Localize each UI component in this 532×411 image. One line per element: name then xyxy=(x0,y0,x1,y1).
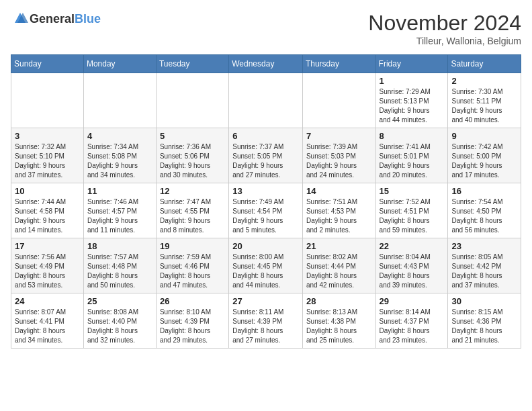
day-info: Sunrise: 8:15 AM Sunset: 4:36 PM Dayligh… xyxy=(451,308,517,345)
calendar-cell: 21Sunrise: 8:02 AM Sunset: 4:44 PM Dayli… xyxy=(302,238,375,293)
calendar-cell: 14Sunrise: 7:51 AM Sunset: 4:53 PM Dayli… xyxy=(302,183,375,238)
day-number: 24 xyxy=(15,296,80,306)
day-number: 17 xyxy=(15,241,80,251)
day-info: Sunrise: 8:11 AM Sunset: 4:39 PM Dayligh… xyxy=(232,308,299,345)
calendar-cell: 9Sunrise: 7:42 AM Sunset: 5:00 PM Daylig… xyxy=(448,128,521,183)
day-info: Sunrise: 8:08 AM Sunset: 4:40 PM Dayligh… xyxy=(87,308,152,345)
day-info: Sunrise: 7:29 AM Sunset: 5:13 PM Dayligh… xyxy=(380,87,445,125)
header-tuesday: Tuesday xyxy=(156,55,228,73)
calendar-cell: 27Sunrise: 8:11 AM Sunset: 4:39 PM Dayli… xyxy=(229,293,303,349)
calendar-cell: 12Sunrise: 7:47 AM Sunset: 4:55 PM Dayli… xyxy=(156,183,228,238)
day-info: Sunrise: 8:04 AM Sunset: 4:43 PM Dayligh… xyxy=(380,253,445,290)
calendar-cell: 11Sunrise: 7:46 AM Sunset: 4:57 PM Dayli… xyxy=(83,183,156,238)
day-info: Sunrise: 7:54 AM Sunset: 4:50 PM Dayligh… xyxy=(451,197,517,235)
calendar-cell: 3Sunrise: 7:32 AM Sunset: 5:10 PM Daylig… xyxy=(11,128,84,183)
day-info: Sunrise: 7:30 AM Sunset: 5:11 PM Dayligh… xyxy=(451,87,517,125)
calendar-cell: 1Sunrise: 7:29 AM Sunset: 5:13 PM Daylig… xyxy=(375,73,448,128)
day-info: Sunrise: 7:56 AM Sunset: 4:49 PM Dayligh… xyxy=(15,253,80,290)
day-number: 14 xyxy=(306,186,372,196)
day-info: Sunrise: 8:07 AM Sunset: 4:41 PM Dayligh… xyxy=(15,308,80,345)
calendar-week-0: 1Sunrise: 7:29 AM Sunset: 5:13 PM Daylig… xyxy=(11,73,521,128)
day-number: 10 xyxy=(15,186,80,196)
calendar-cell: 4Sunrise: 7:34 AM Sunset: 5:08 PM Daylig… xyxy=(83,128,156,183)
day-info: Sunrise: 7:51 AM Sunset: 4:53 PM Dayligh… xyxy=(306,197,372,235)
title-section: November 2024 Tilleur, Wallonia, Belgium xyxy=(368,11,521,46)
day-number: 16 xyxy=(451,186,517,196)
calendar-cell: 6Sunrise: 7:37 AM Sunset: 5:05 PM Daylig… xyxy=(229,128,303,183)
day-info: Sunrise: 8:00 AM Sunset: 4:45 PM Dayligh… xyxy=(232,253,299,290)
calendar-cell: 19Sunrise: 7:59 AM Sunset: 4:46 PM Dayli… xyxy=(156,238,228,293)
day-number: 19 xyxy=(160,241,225,251)
day-number: 22 xyxy=(380,241,445,251)
day-number: 21 xyxy=(306,241,372,251)
day-number: 9 xyxy=(451,131,517,141)
calendar-week-4: 24Sunrise: 8:07 AM Sunset: 4:41 PM Dayli… xyxy=(11,293,521,349)
day-info: Sunrise: 7:47 AM Sunset: 4:55 PM Dayligh… xyxy=(160,197,225,235)
day-info: Sunrise: 7:57 AM Sunset: 4:48 PM Dayligh… xyxy=(87,253,152,290)
day-number: 6 xyxy=(232,131,299,141)
day-info: Sunrise: 8:13 AM Sunset: 4:38 PM Dayligh… xyxy=(306,308,372,345)
calendar-cell: 2Sunrise: 7:30 AM Sunset: 5:11 PM Daylig… xyxy=(448,73,521,128)
calendar-cell: 15Sunrise: 7:52 AM Sunset: 4:51 PM Dayli… xyxy=(375,183,448,238)
day-number: 26 xyxy=(160,296,225,306)
day-number: 20 xyxy=(232,241,299,251)
logo: GeneralBlue xyxy=(11,11,101,27)
day-info: Sunrise: 7:44 AM Sunset: 4:58 PM Dayligh… xyxy=(15,197,80,235)
header: GeneralBlue November 2024 Tilleur, Wallo… xyxy=(11,11,521,46)
day-info: Sunrise: 7:36 AM Sunset: 5:06 PM Dayligh… xyxy=(160,142,225,180)
logo-blue: Blue xyxy=(75,12,101,26)
day-number: 23 xyxy=(451,241,517,251)
calendar-week-3: 17Sunrise: 7:56 AM Sunset: 4:49 PM Dayli… xyxy=(11,238,521,293)
calendar-cell: 20Sunrise: 8:00 AM Sunset: 4:45 PM Dayli… xyxy=(229,238,303,293)
calendar-cell xyxy=(302,73,375,128)
calendar-cell: 29Sunrise: 8:14 AM Sunset: 4:37 PM Dayli… xyxy=(375,293,448,349)
calendar-cell xyxy=(11,73,84,128)
day-info: Sunrise: 7:42 AM Sunset: 5:00 PM Dayligh… xyxy=(451,142,517,180)
day-info: Sunrise: 7:39 AM Sunset: 5:03 PM Dayligh… xyxy=(306,142,372,180)
day-info: Sunrise: 8:14 AM Sunset: 4:37 PM Dayligh… xyxy=(380,308,445,345)
header-saturday: Saturday xyxy=(448,55,521,73)
calendar-cell xyxy=(156,73,228,128)
calendar-table: Sunday Monday Tuesday Wednesday Thursday… xyxy=(11,54,521,349)
day-number: 11 xyxy=(87,186,152,196)
day-number: 15 xyxy=(380,186,445,196)
day-number: 29 xyxy=(380,296,445,306)
calendar-cell: 16Sunrise: 7:54 AM Sunset: 4:50 PM Dayli… xyxy=(448,183,521,238)
day-number: 25 xyxy=(87,296,152,306)
day-number: 27 xyxy=(232,296,299,306)
header-friday: Friday xyxy=(375,55,448,73)
calendar-cell: 26Sunrise: 8:10 AM Sunset: 4:39 PM Dayli… xyxy=(156,293,228,349)
day-number: 30 xyxy=(451,296,517,306)
location: Tilleur, Wallonia, Belgium xyxy=(368,36,521,46)
month-title: November 2024 xyxy=(368,11,521,36)
calendar-cell: 10Sunrise: 7:44 AM Sunset: 4:58 PM Dayli… xyxy=(11,183,84,238)
calendar-cell: 28Sunrise: 8:13 AM Sunset: 4:38 PM Dayli… xyxy=(302,293,375,349)
calendar-cell xyxy=(229,73,303,128)
day-number: 3 xyxy=(15,131,80,141)
day-number: 1 xyxy=(380,76,445,86)
day-number: 5 xyxy=(160,131,225,141)
calendar-cell: 23Sunrise: 8:05 AM Sunset: 4:42 PM Dayli… xyxy=(448,238,521,293)
calendar-week-1: 3Sunrise: 7:32 AM Sunset: 5:10 PM Daylig… xyxy=(11,128,521,183)
day-info: Sunrise: 7:49 AM Sunset: 4:54 PM Dayligh… xyxy=(232,197,299,235)
logo-general: General xyxy=(30,12,75,26)
day-number: 12 xyxy=(160,186,225,196)
header-monday: Monday xyxy=(83,55,156,73)
calendar-cell: 25Sunrise: 8:08 AM Sunset: 4:40 PM Dayli… xyxy=(83,293,156,349)
day-info: Sunrise: 7:34 AM Sunset: 5:08 PM Dayligh… xyxy=(87,142,152,180)
day-number: 4 xyxy=(87,131,152,141)
header-sunday: Sunday xyxy=(11,55,84,73)
calendar-cell: 24Sunrise: 8:07 AM Sunset: 4:41 PM Dayli… xyxy=(11,293,84,349)
day-info: Sunrise: 8:10 AM Sunset: 4:39 PM Dayligh… xyxy=(160,308,225,345)
day-number: 13 xyxy=(232,186,299,196)
day-info: Sunrise: 8:02 AM Sunset: 4:44 PM Dayligh… xyxy=(306,253,372,290)
day-number: 18 xyxy=(87,241,152,251)
day-number: 7 xyxy=(306,131,372,141)
day-info: Sunrise: 7:59 AM Sunset: 4:46 PM Dayligh… xyxy=(160,253,225,290)
day-info: Sunrise: 7:41 AM Sunset: 5:01 PM Dayligh… xyxy=(380,142,445,180)
calendar-cell: 13Sunrise: 7:49 AM Sunset: 4:54 PM Dayli… xyxy=(229,183,303,238)
calendar-cell: 8Sunrise: 7:41 AM Sunset: 5:01 PM Daylig… xyxy=(375,128,448,183)
calendar-cell: 22Sunrise: 8:04 AM Sunset: 4:43 PM Dayli… xyxy=(375,238,448,293)
header-thursday: Thursday xyxy=(302,55,375,73)
calendar-cell: 30Sunrise: 8:15 AM Sunset: 4:36 PM Dayli… xyxy=(448,293,521,349)
